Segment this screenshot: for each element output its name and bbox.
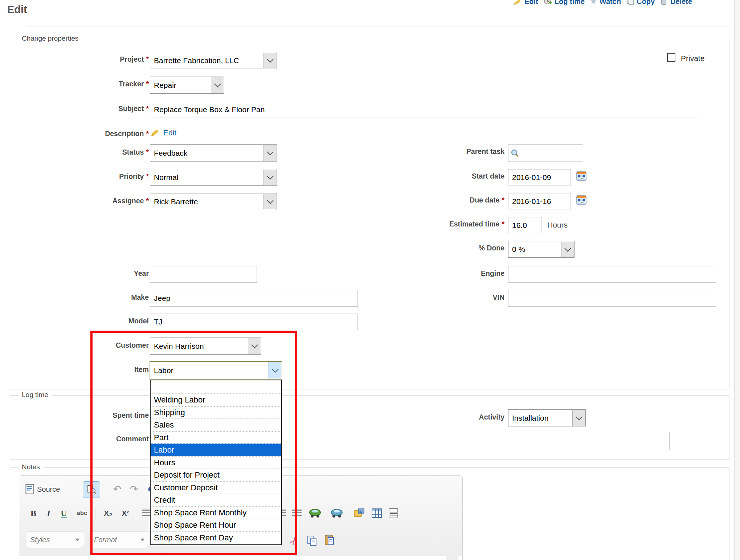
- page-scrollbar[interactable]: [734, 0, 740, 560]
- edit-link[interactable]: Edit: [513, 0, 538, 6]
- dropdown-option[interactable]: Shop Space Rent Monthly: [151, 506, 281, 519]
- horizontal-rule-button[interactable]: [385, 505, 401, 521]
- done-select[interactable]: 0 %: [508, 241, 575, 258]
- chevron-down-icon[interactable]: [211, 77, 224, 93]
- editor-scrollbar-up-button[interactable]: [446, 556, 458, 560]
- dropdown-option[interactable]: Shipping: [151, 406, 281, 419]
- activity-value: Installation: [512, 414, 548, 422]
- dropdown-option[interactable]: Shop Space Rent Day: [151, 531, 281, 544]
- watch-link[interactable]: ★ Watch: [590, 0, 621, 6]
- subject-input[interactable]: Replace Torque Box & Floor Pan: [150, 101, 698, 118]
- year-label: Year: [36, 269, 149, 278]
- format-combo[interactable]: Format: [89, 531, 150, 548]
- copy-link[interactable]: Copy: [626, 0, 655, 6]
- subscript-button[interactable]: X₂: [100, 505, 116, 521]
- templates-button[interactable]: [83, 481, 100, 498]
- bold-button[interactable]: B: [26, 505, 41, 521]
- copy-pages-icon: [307, 535, 317, 546]
- model-input[interactable]: TJ: [150, 314, 358, 330]
- engine-label: Engine: [392, 269, 504, 278]
- required-asterisk: *: [146, 148, 149, 156]
- required-asterisk: *: [146, 130, 149, 138]
- log-time-link[interactable]: Log time: [543, 0, 585, 6]
- subscript-icon: X₂: [104, 509, 112, 518]
- vin-label: VIN: [392, 293, 504, 302]
- description-edit-link[interactable]: Edit: [163, 128, 176, 137]
- customer-select[interactable]: Kevin Harrison: [150, 338, 261, 355]
- chevron-down-icon[interactable]: [269, 362, 281, 379]
- required-asterisk: *: [146, 197, 149, 205]
- templates-icon: [87, 485, 96, 494]
- toolbar-separator: [144, 483, 144, 496]
- activity-select[interactable]: Installation: [508, 409, 586, 426]
- italic-button[interactable]: I: [42, 505, 55, 521]
- dropdown-option[interactable]: Welding Labor: [151, 393, 281, 406]
- toolbar-separator: [136, 507, 136, 520]
- styles-combo[interactable]: Styles: [25, 531, 84, 548]
- dropdown-option[interactable]: Credit: [151, 494, 281, 506]
- dropdown-option[interactable]: Deposit for Project: [151, 469, 281, 481]
- estimated-time-input[interactable]: 16.0: [508, 217, 541, 233]
- make-input[interactable]: Jeep: [150, 290, 358, 307]
- editor-content-area[interactable]: [19, 556, 462, 560]
- assignee-select[interactable]: Rick Barrette: [150, 193, 277, 210]
- dropdown-option[interactable]: [151, 380, 281, 393]
- parent-task-input[interactable]: [508, 144, 583, 162]
- model-value: TJ: [154, 318, 162, 326]
- log-time-legend: Log time: [19, 391, 52, 399]
- justify-button[interactable]: [290, 505, 303, 521]
- redo-button[interactable]: ↷: [126, 481, 142, 497]
- priority-select[interactable]: Normal: [150, 169, 277, 186]
- chevron-down-icon[interactable]: [263, 194, 276, 209]
- copy-button[interactable]: [304, 533, 320, 549]
- item-select[interactable]: Labor: [150, 361, 282, 379]
- cut-button[interactable]: ✂: [287, 533, 302, 549]
- item-value: Labor: [154, 366, 173, 375]
- bold-icon: B: [30, 508, 36, 518]
- calendar-icon[interactable]: [576, 195, 586, 205]
- activity-label: Activity: [392, 413, 504, 421]
- chevron-down-icon[interactable]: [572, 410, 585, 426]
- chevron-down-icon[interactable]: [248, 338, 261, 354]
- chevron-down-icon[interactable]: [561, 242, 574, 257]
- spent-time-label: Spent time: [36, 411, 149, 420]
- dropdown-option-selected[interactable]: Labor: [151, 443, 281, 456]
- styles-combo-label: Styles: [30, 536, 50, 544]
- dropdown-option[interactable]: Shop Space Rent Hour: [151, 519, 281, 531]
- dropdown-option[interactable]: Hours: [151, 456, 281, 469]
- chevron-down-icon[interactable]: [263, 145, 276, 161]
- dropdown-option[interactable]: Customer Deposit: [151, 481, 281, 494]
- table-button[interactable]: [369, 505, 385, 521]
- chevron-down-icon[interactable]: [263, 53, 276, 68]
- source-button[interactable]: Source: [25, 481, 60, 497]
- dropdown-option[interactable]: Part: [151, 431, 281, 444]
- model-label: Model: [36, 317, 149, 325]
- chevron-down-icon[interactable]: [263, 169, 276, 185]
- toolbar-separator: [95, 507, 95, 520]
- engine-input[interactable]: [508, 266, 716, 283]
- private-checkbox[interactable]: [667, 53, 675, 62]
- tracker-select[interactable]: Repair: [150, 77, 224, 94]
- vin-input[interactable]: [508, 290, 716, 307]
- required-asterisk: *: [146, 105, 149, 113]
- due-date-input[interactable]: 2016-01-16: [508, 193, 571, 209]
- dropdown-option[interactable]: Sales: [151, 418, 281, 431]
- underline-button[interactable]: U: [57, 505, 71, 521]
- vehicle-green-button[interactable]: [307, 505, 323, 521]
- start-date-input[interactable]: 2016-01-09: [508, 169, 571, 185]
- estimated-time-label: Estimated time*: [392, 220, 504, 228]
- chevron-down-icon: [75, 539, 79, 541]
- strikethrough-button[interactable]: abc: [73, 505, 91, 521]
- year-input[interactable]: [150, 266, 257, 283]
- superscript-button[interactable]: X²: [118, 505, 134, 521]
- calendar-icon[interactable]: [576, 171, 586, 181]
- undo-button[interactable]: ↶: [110, 481, 125, 497]
- project-select[interactable]: Barrette Fabrication, LLC: [150, 52, 277, 69]
- vehicle-blue-button[interactable]: [329, 505, 345, 521]
- make-value: Jeep: [154, 294, 171, 303]
- image-button[interactable]: [351, 505, 367, 521]
- paste-button[interactable]: [322, 532, 338, 548]
- star-icon: ★: [590, 0, 597, 6]
- status-select[interactable]: Feedback: [150, 144, 277, 162]
- delete-link[interactable]: Delete: [660, 0, 692, 6]
